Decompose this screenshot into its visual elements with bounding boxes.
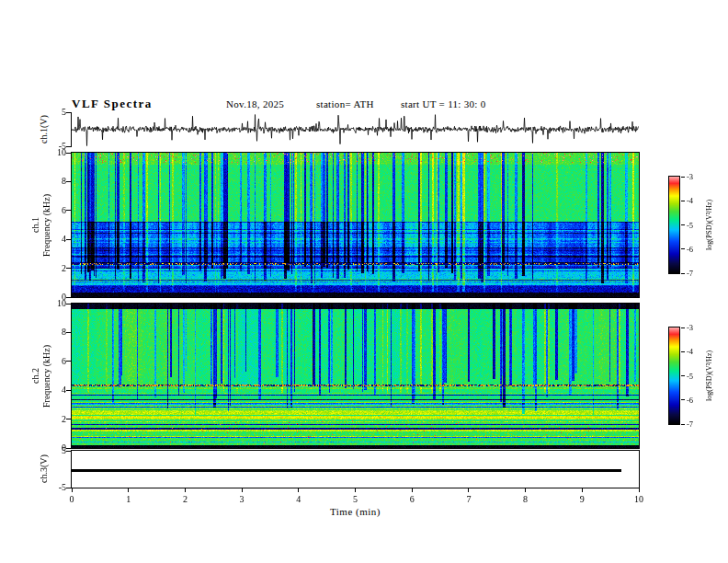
x-tick-label: 10 — [628, 494, 650, 504]
ch2-spectrogram-channel-label: ch.2 — [30, 304, 40, 448]
time-axis-label: Time (min) — [72, 506, 639, 517]
colorbar-tick-label: -3 — [687, 172, 703, 181]
colorbar-tick — [681, 424, 685, 425]
x-tick-label: 5 — [345, 494, 367, 504]
x-tick — [242, 488, 243, 492]
colorbar-tick — [681, 201, 685, 201]
y-tick — [66, 153, 72, 154]
colorbar-tick-label: -7 — [687, 269, 703, 278]
colorbar-tick — [681, 177, 685, 178]
y-tick-label: 8 — [44, 176, 66, 186]
x-tick-label: 3 — [231, 494, 253, 504]
y-tick — [66, 297, 72, 298]
colorbar-tick — [681, 248, 685, 249]
date-label: Nov.18, 2025 — [226, 98, 284, 109]
x-tick-label: 0 — [61, 494, 83, 504]
colorbar-tick-label: -7 — [687, 419, 703, 429]
x-tick — [128, 488, 129, 492]
x-tick — [468, 488, 469, 492]
x-tick — [298, 488, 299, 492]
y-tick-label: 6 — [44, 205, 66, 215]
colorbar-tick-label: -5 — [687, 221, 703, 230]
ch1-spectrogram-frequency-label: Frequency (kHz) — [41, 153, 51, 297]
y-tick — [66, 304, 72, 304]
colorbar-tick-label: -3 — [687, 323, 703, 332]
y-tick-label: 10 — [44, 298, 66, 308]
y-tick-label: 5 — [44, 107, 66, 117]
ch1-waveform-y-axis — [71, 112, 72, 146]
station-label: station= ATH — [316, 98, 374, 109]
y-tick-label: 4 — [44, 385, 66, 395]
y-tick — [66, 361, 72, 362]
ch1-spectrogram-channel-label: ch.1 — [30, 153, 40, 297]
x-tick-label: 1 — [118, 494, 140, 504]
y-tick — [66, 451, 72, 452]
y-tick — [66, 268, 72, 269]
ch1-waveform-canvas — [72, 112, 639, 146]
x-tick-label: 7 — [458, 494, 480, 504]
ch2-spectrogram-frequency-label: Frequency (kHz) — [41, 304, 51, 448]
y-tick — [66, 419, 72, 419]
vlf-spectra-plot: VLF Spectra Nov.18, 2025 station= ATH st… — [0, 0, 728, 563]
ch2-spectrogram-canvas — [72, 304, 639, 448]
plot-title: VLF Spectra — [72, 97, 153, 111]
colorbar-tick-label: -6 — [687, 245, 703, 254]
x-tick — [355, 488, 356, 492]
y-tick — [66, 181, 72, 182]
ch1-colorbar-label: log(PSD)(V²/Hz) — [704, 177, 714, 273]
x-tick — [412, 488, 413, 492]
y-tick — [66, 390, 72, 391]
colorbar-tick — [681, 224, 685, 225]
colorbar-tick-label: -4 — [687, 347, 703, 356]
y-tick-label: 6 — [44, 356, 66, 366]
y-tick — [66, 146, 72, 147]
y-tick — [66, 210, 72, 211]
y-tick — [66, 239, 72, 240]
y-tick — [66, 332, 72, 333]
ch1-spectrogram-canvas — [72, 153, 639, 297]
colorbar-tick — [681, 273, 685, 274]
colorbar-tick-label: -4 — [687, 196, 703, 205]
y-tick-label: 4 — [44, 234, 66, 244]
y-tick-label: 0 — [44, 442, 66, 453]
x-tick-label: 9 — [571, 494, 593, 504]
y-tick-label: 2 — [44, 263, 66, 273]
y-tick — [66, 112, 72, 113]
ch2-colorbar — [669, 327, 679, 424]
x-tick — [525, 488, 526, 492]
ch2-colorbar-label: log(PSD)(V²/Hz) — [704, 327, 714, 424]
colorbar-tick — [681, 375, 685, 376]
colorbar-tick-label: -6 — [687, 396, 703, 405]
y-tick-label: 10 — [44, 147, 66, 157]
colorbar-tick — [681, 327, 685, 328]
colorbar-tick-label: -5 — [687, 372, 703, 381]
colorbar-tick — [681, 399, 685, 400]
ch3-trace-line — [72, 469, 621, 472]
x-tick-label: 6 — [401, 494, 423, 504]
colorbar-tick — [681, 351, 685, 352]
x-tick-label: 8 — [515, 494, 537, 504]
x-tick — [72, 488, 73, 492]
y-tick — [66, 448, 72, 449]
y-tick-label: -5 — [44, 482, 66, 492]
x-tick — [582, 488, 583, 492]
y-tick-label: 8 — [44, 327, 66, 337]
x-tick-label: 4 — [288, 494, 310, 504]
ch1-colorbar — [669, 177, 679, 273]
x-tick — [185, 488, 186, 492]
x-tick — [639, 488, 640, 492]
x-tick-label: 2 — [174, 494, 196, 504]
start-ut-label: start UT = 11: 30: 0 — [401, 98, 486, 109]
y-tick-label: 2 — [44, 414, 66, 424]
